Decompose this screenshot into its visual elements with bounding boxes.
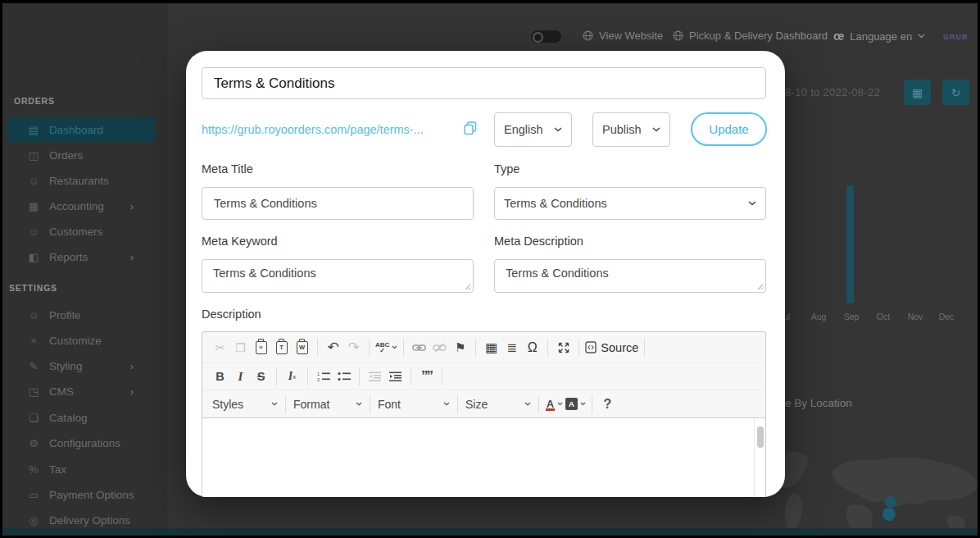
editor-toolbar-row-1: ✂ ❐ ≡ T W ↶ ↷ ABC✓ ⚑ <box>202 332 765 363</box>
paste-plain-text-icon[interactable]: T <box>272 338 291 358</box>
sidebar-item-customers[interactable]: ☺ Customers <box>2 219 155 244</box>
sidebar-item-catalog[interactable]: ❏ Catalog <box>2 405 155 430</box>
sidebar-item-customize[interactable]: × Customize <box>2 328 155 353</box>
styles-dropdown-label: Styles <box>212 398 243 411</box>
sidebar-item-dashboard[interactable]: ▤ Dashboard <box>7 117 155 142</box>
reports-icon: ◧ <box>27 251 40 263</box>
paste-from-word-icon[interactable]: W <box>293 338 311 358</box>
brand-logo: GRUB <box>943 33 969 41</box>
chevron-down-icon <box>748 201 756 206</box>
font-dropdown[interactable]: Font <box>375 398 452 411</box>
size-dropdown[interactable]: Size <box>463 398 533 411</box>
decrease-indent-icon[interactable] <box>365 367 384 386</box>
meta-title-input[interactable] <box>202 187 474 220</box>
spellcheck-icon[interactable]: ABC✓ <box>375 338 397 358</box>
undo-icon[interactable]: ↶ <box>324 338 343 358</box>
blockquote-icon[interactable]: ”” <box>417 367 436 386</box>
type-select-value: Terms & Conditions <box>504 197 607 210</box>
help-button[interactable]: ? <box>598 394 617 414</box>
view-website-link[interactable]: View Website <box>583 30 663 42</box>
website-toggle[interactable] <box>531 30 561 43</box>
editor-content-area[interactable] <box>202 417 765 497</box>
copy-icon[interactable]: ❐ <box>231 338 250 358</box>
sidebar-item-orders[interactable]: ◫ Orders <box>2 143 155 167</box>
maximize-icon[interactable] <box>554 338 573 358</box>
styles-dropdown[interactable]: Styles <box>210 398 280 411</box>
date-range-input[interactable]: 8-10 to 2022-08-22 <box>785 86 880 98</box>
resize-grip-icon[interactable] <box>465 284 471 290</box>
strikethrough-icon[interactable]: S <box>252 367 270 386</box>
paste-icon[interactable]: ≡ <box>252 338 270 358</box>
update-button[interactable]: Update <box>691 112 767 146</box>
sidebar-item-label: Styling <box>49 360 83 372</box>
toolbar-separator <box>538 395 539 413</box>
page-title-input[interactable] <box>202 67 766 99</box>
sidebar-item-label: Customize <box>49 335 102 347</box>
bold-icon[interactable]: B <box>211 367 229 386</box>
catalog-icon: ❏ <box>27 412 40 424</box>
refresh-button[interactable]: ↻ <box>942 80 969 105</box>
pickup-delivery-dashboard-link[interactable]: Pickup & Delivery Dashboard <box>673 30 828 42</box>
world-map <box>769 442 978 536</box>
tax-icon: % <box>27 463 40 476</box>
toolbar-separator <box>442 367 442 385</box>
meta-keyword-textarea[interactable]: Terms & Conditions <box>202 259 474 293</box>
numbered-list-icon[interactable]: 12 <box>314 367 333 386</box>
language-select[interactable]: English <box>494 112 572 147</box>
payment-options-icon: ▭ <box>27 489 40 501</box>
calendar-button[interactable]: ▦ <box>904 80 931 105</box>
format-dropdown[interactable]: Format <box>291 398 365 411</box>
background-color-button[interactable]: A <box>565 394 586 414</box>
sidebar-item-accounting[interactable]: ▦ Accounting › <box>2 194 155 218</box>
sidebar-item-label: Payment Options <box>49 489 134 501</box>
horizontal-rule-icon[interactable]: ≣ <box>502 338 521 358</box>
description-label: Description <box>202 308 261 321</box>
sidebar-item-restaurants[interactable]: ☺ Restaurants <box>2 168 155 193</box>
text-color-button[interactable]: A <box>545 394 564 414</box>
cut-icon[interactable]: ✂ <box>211 338 229 358</box>
source-button[interactable]: Source <box>585 338 638 358</box>
toolbar-separator <box>403 339 404 357</box>
anchor-flag-icon[interactable]: ⚑ <box>451 338 470 358</box>
table-icon[interactable]: ▦ <box>482 338 501 358</box>
italic-icon[interactable]: I <box>231 367 250 386</box>
unlink-icon[interactable] <box>430 338 449 358</box>
location-panel-title: e By Location <box>785 397 852 409</box>
page-url-link[interactable]: https://grub.royoorders.com/page/terms-.… <box>202 123 424 136</box>
sidebar-item-reports[interactable]: ◧ Reports › <box>2 244 155 269</box>
accounting-icon: ▦ <box>27 200 40 212</box>
map-marker <box>882 508 896 521</box>
chevron-down-icon <box>652 127 660 132</box>
axis-label-month: Dec <box>939 312 955 321</box>
special-character-icon[interactable]: Ω <box>523 338 542 358</box>
meta-description-textarea[interactable]: Terms & Conditions <box>494 259 766 293</box>
footer-bar <box>2 528 978 536</box>
chevron-down-icon <box>918 34 925 39</box>
increase-indent-icon[interactable] <box>386 367 405 386</box>
sidebar-item-payment-options[interactable]: ▭ Payment Options <box>2 482 155 507</box>
customize-icon: × <box>27 335 40 347</box>
sidebar-item-label: Reports <box>49 251 88 263</box>
redo-icon[interactable]: ↷ <box>344 338 363 358</box>
sidebar-item-tax[interactable]: % Tax <box>2 457 155 481</box>
bulleted-list-icon[interactable] <box>334 367 353 386</box>
status-select[interactable]: Publish <box>592 112 670 147</box>
sidebar-item-configurations[interactable]: ⚙ Configurations <box>2 431 155 455</box>
chevron-down-icon <box>271 402 278 406</box>
format-dropdown-label: Format <box>293 398 329 411</box>
remove-format-icon[interactable]: Ix <box>283 367 302 386</box>
copy-url-icon[interactable] <box>464 121 477 139</box>
sidebar-item-cms[interactable]: ◳ CMS › <box>2 379 155 404</box>
sidebar-item-profile[interactable]: ☺ Profile <box>2 303 155 327</box>
resize-grip-icon[interactable] <box>757 284 764 290</box>
language-label: Language en <box>850 30 912 43</box>
app-background: ORDERS ▤ Dashboard ◫ Orders ☺ Restaurant… <box>2 3 978 536</box>
sidebar-item-label: Configurations <box>49 437 120 449</box>
link-icon[interactable] <box>410 338 429 358</box>
type-select[interactable]: Terms & Conditions <box>494 187 766 220</box>
sidebar-item-styling[interactable]: ✎ Styling › <box>2 353 155 378</box>
app-screenshot: ORDERS ▤ Dashboard ◫ Orders ☺ Restaurant… <box>0 0 980 538</box>
editor-scrollbar-thumb[interactable] <box>757 426 764 448</box>
sidebar-item-label: Restaurants <box>49 175 109 187</box>
language-menu[interactable]: œ Language en <box>833 30 925 43</box>
